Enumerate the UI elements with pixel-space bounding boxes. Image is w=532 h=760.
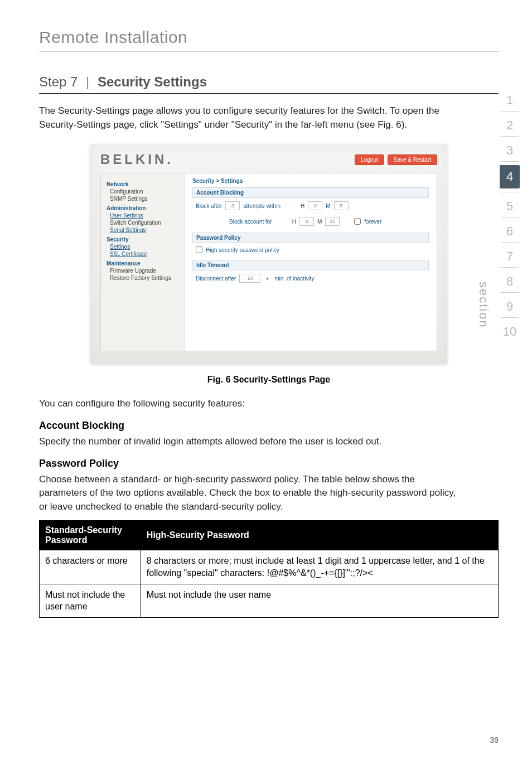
side-nav: Network Configuration SNMP Settings Admi… [101,173,185,351]
nav-network-head: Network [107,181,178,187]
rail-9: 9 [497,293,522,317]
rail-7: 7 [497,243,522,267]
breadcrumb: Security > Settings [192,178,429,184]
divider: | [86,74,89,89]
nav-maintenance-head: Maintenance [107,260,178,267]
high-security-label: High security password policy [206,247,279,253]
step-number: Step 7 [39,74,78,89]
nav-restore[interactable]: Restore Factory Settings [110,275,178,281]
th-high: High-Security Password [141,521,498,550]
idle-minutes-input[interactable] [239,274,260,283]
belkin-logo: BELKIN. [100,152,173,167]
dropdown-icon[interactable]: ▾ [266,275,269,282]
nav-firmware[interactable]: Firmware Upgrade [110,268,178,274]
rail-3: 3 [497,137,522,161]
settings-screenshot: BELKIN. Logout Save & Restart Network Co… [90,144,447,364]
save-restart-button[interactable]: Save & Restart [388,154,437,165]
m-label-1: M [326,203,330,209]
forever-checkbox[interactable] [354,218,361,225]
page-number: 39 [490,735,499,744]
password-table: Standard-Security Password High-Security… [39,520,499,617]
figure-caption: Fig. 6 Security-Settings Page [39,375,499,385]
nav-ssl[interactable]: SSL Certificate [110,251,178,257]
account-blocking-body: Specify the number of invalid login atte… [39,435,463,449]
td-r1c2: 8 characters or more; must include at le… [141,550,498,584]
logout-button[interactable]: Logout [355,154,384,165]
account-blocking-subhead: Account Blocking [39,420,499,432]
rail-4-active: 4 [500,165,520,188]
td-r1c1: 6 characters or more [40,550,141,584]
step-heading: Step 7 | Security Settings [39,74,499,94]
page-title: Remote Installation [39,28,499,52]
features-intro: You can configure the following security… [39,397,463,411]
m1-input[interactable] [334,201,349,210]
min-inactivity-label: min. of inactivity [274,275,314,282]
forever-label: forever [364,219,381,225]
password-policy-body: Choose between a standard- or high-secur… [39,473,463,514]
nav-security-head: Security [107,236,178,243]
step-name: Security Settings [98,74,207,89]
nav-settings[interactable]: Settings [110,244,178,250]
nav-switch-config[interactable]: Switch Configuration [110,220,178,226]
m-label-2: M [317,219,322,225]
high-security-checkbox[interactable] [196,246,202,253]
account-blocking-header: Account Blocking [192,187,429,198]
rail-8: 8 [497,268,522,292]
nav-admin-head: Administration [107,205,178,211]
password-policy-header: Password Policy [192,233,429,243]
intro-paragraph: The Security-Settings page allows you to… [39,104,452,132]
h2-input[interactable] [299,217,314,226]
section-label: section [476,282,491,328]
td-r2c2: Must not include the user name [141,584,498,617]
h-label-2: H [292,219,296,225]
section-rail: 1 2 3 4 5 6 7 8 9 10 section [497,86,522,342]
idle-timeout-header: Idle Timeout [192,260,429,270]
disconnect-after-label: Disconnect after [196,275,236,282]
attempts-input[interactable] [225,201,240,210]
nav-user-settings[interactable]: User Settings [110,212,178,219]
nav-configuration[interactable]: Configuration [110,188,178,195]
h-label-1: H [301,203,304,209]
rail-2: 2 [497,112,522,136]
password-policy-subhead: Password Policy [39,458,499,469]
nav-snmp[interactable]: SNMP Settings [110,196,178,202]
nav-serial[interactable]: Serial Settings [110,227,178,233]
rail-1: 1 [497,86,522,111]
attempts-within-label: attempts within [243,203,280,209]
block-after-label: Block after [196,203,222,209]
rail-5: 5 [497,192,522,217]
rail-6: 6 [497,217,522,242]
m2-input[interactable] [325,217,340,226]
td-r2c1: Must not include the user name [40,584,141,617]
th-standard: Standard-Security Password [40,521,141,550]
rail-10: 10 [497,318,522,342]
block-account-for-label: Block account for [229,219,272,225]
h1-input[interactable] [308,201,322,210]
